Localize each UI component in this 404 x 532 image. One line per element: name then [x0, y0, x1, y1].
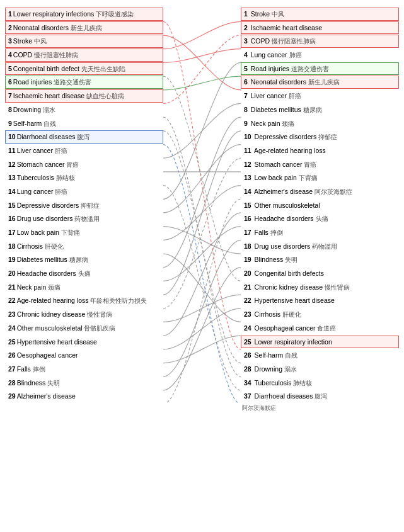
right-list-item: 16 Headache disorders 头痛 [241, 212, 399, 225]
right-list-item: 18 Drug use disorders 药物滥用 [241, 240, 399, 253]
left-list: 1Lower respiratory infections 下呼吸道感染2Neo… [5, 8, 163, 403]
right-list-item: 6 Neonatal disorders 新生儿疾病 [241, 76, 399, 89]
right-list-item: 8 Diabetes mellitus 糖尿病 [241, 103, 399, 116]
left-list-item: 13Tuberculosis 肺结核 [5, 171, 163, 184]
lists-container: 1Lower respiratory infections 下呼吸道感染2Neo… [0, 8, 404, 403]
right-list-item: 2 Ischaemic heart disease [241, 21, 399, 35]
left-list-item: 5Congenital birth defect 先天性出生缺陷 [5, 62, 163, 76]
right-list-item: 1 Stroke 中风 [241, 8, 399, 21]
page-container: 1Lower respiratory infections 下呼吸道感染2Neo… [0, 0, 404, 415]
left-list-item: 28Blindness 失明 [5, 376, 163, 390]
right-list-item: 28 Drowning 溺水 [241, 363, 399, 376]
right-list-item: 17 Falls 摔倒 [241, 226, 399, 239]
left-list-item: 24Other musculoskeletal 骨骼肌疾病 [5, 322, 163, 335]
headers [0, 0, 404, 8]
left-list-item: 8Drowning 溺水 [5, 103, 163, 116]
left-list-item: 19Diabetes mellitus 糖尿病 [5, 253, 163, 266]
right-list-item: 3 COPD 慢行阻塞性肺病 [241, 35, 399, 48]
left-list-item: 26Oesophageal cancer [5, 349, 163, 362]
right-list-item: 26 Self-harm 自残 [241, 349, 399, 362]
left-list-item: 2Neonatal disorders 新生儿疾病 [5, 21, 163, 35]
left-list-item: 22Age-related hearing loss 年龄相关性听力损失 [5, 294, 163, 307]
left-list-item: 29Alzheimer's disease [5, 390, 163, 403]
left-list-item: 18Cirrhosis 肝硬化 [5, 240, 163, 253]
left-list-item: 15Depressive disorders 抑郁症 [5, 199, 163, 212]
bottom-label: 阿尔茨海默症 [0, 403, 404, 415]
right-list-item: 10 Depressive disorders 抑郁症 [241, 130, 399, 144]
right-list-item: 21 Chronic kidney disease 慢性肾病 [241, 281, 399, 294]
right-list-item: 24 Oesophageal cancer 食道癌 [241, 322, 399, 335]
right-list-item: 19 Blindness 失明 [241, 253, 399, 266]
right-list-item: 13 Low back pain 下背痛 [241, 171, 399, 184]
right-list-item: 22 Hypertensive heart disease [241, 294, 399, 307]
left-list-item: 1Lower respiratory infections 下呼吸道感染 [5, 8, 163, 21]
left-list-item: 27Falls 摔倒 [5, 363, 163, 376]
right-list-item: 14 Alzheimer's disease 阿尔茨海默症 [241, 185, 399, 198]
right-list-item: 9 Neck pain 颈痛 [241, 117, 399, 130]
left-list-item: 7Ischaemic heart disease 缺血性心脏病 [5, 89, 163, 103]
left-list-item: 12Stomach cancer 胃癌 [5, 158, 163, 171]
left-list-item: 16Drug use disorders 药物滥用 [5, 212, 163, 225]
right-list-item: 11 Age-related hearing loss [241, 144, 399, 157]
right-list-item: 5 Road injuries 道路交通伤害 [241, 62, 399, 76]
right-list: 1 Stroke 中风2 Ischaemic heart disease3 CO… [241, 8, 399, 403]
left-list-item: 21Neck pain 颈痛 [5, 281, 163, 294]
right-list-item: 7 Liver cancer 肝癌 [241, 89, 399, 103]
right-list-item: 37 Diarrhoeal diseases 腹泻 [241, 390, 399, 403]
right-list-item: 4 Lung cancer 肺癌 [241, 48, 399, 62]
left-list-item: 4COPD 慢行阻塞性肺病 [5, 48, 163, 62]
right-list-item: 34 Tuberculosis 肺结核 [241, 376, 399, 390]
left-list-item: 11Liver cancer 肝癌 [5, 144, 163, 157]
left-list-item: 25Hypertensive heart disease [5, 336, 163, 349]
left-list-item: 10Diarrhoeal diseases 腹泻 [5, 130, 163, 144]
right-list-item: 25 Lower respiratory infection [241, 336, 399, 349]
left-list-item: 23Chronic kidney disease 慢性肾病 [5, 308, 163, 321]
right-list-item: 12 Stomach cancer 胃癌 [241, 158, 399, 171]
right-list-item: 23 Cirrhosis 肝硬化 [241, 308, 399, 321]
right-list-item: 20 Congenital birth defects [241, 267, 399, 280]
left-list-item: 9Self-harm 自残 [5, 117, 163, 130]
left-list-item: 14Lung cancer 肺癌 [5, 185, 163, 198]
left-list-item: 3Stroke 中风 [5, 35, 163, 48]
left-list-item: 17Low back pain 下背痛 [5, 226, 163, 239]
right-list-item: 15 Other musculoskeletal [241, 199, 399, 212]
left-list-item: 6Road injuries 道路交通伤害 [5, 76, 163, 89]
left-list-item: 20Headache disorders 头痛 [5, 267, 163, 280]
